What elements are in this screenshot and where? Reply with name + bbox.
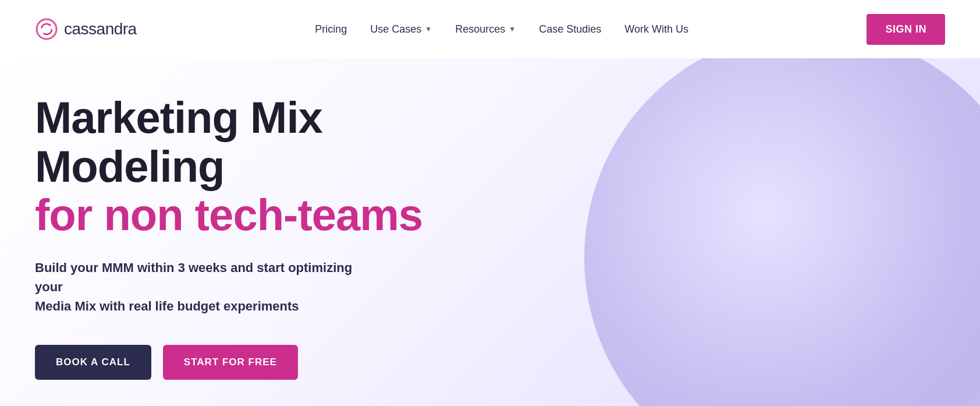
sign-in-button[interactable]: SIGN IN: [867, 14, 945, 45]
logo[interactable]: cassandra: [35, 17, 137, 41]
nav-use-cases[interactable]: Use Cases ▼: [370, 23, 432, 36]
hero-decorative-circle: [584, 58, 980, 406]
logo-icon: [35, 17, 58, 41]
svg-point-1: [41, 24, 52, 34]
nav-work-with-us[interactable]: Work With Us: [624, 23, 688, 36]
use-cases-chevron-icon: ▼: [425, 25, 432, 33]
hero-content: Marketing Mix Modeling for non tech-team…: [35, 93, 471, 380]
svg-point-0: [37, 19, 56, 39]
nav-right: SIGN IN: [867, 14, 945, 45]
nav-resources[interactable]: Resources ▼: [455, 23, 516, 36]
nav-pricing[interactable]: Pricing: [315, 23, 347, 36]
hero-title-line2: for non tech-teams: [35, 190, 471, 239]
hero-title-line1: Marketing Mix Modeling: [35, 93, 471, 190]
resources-chevron-icon: ▼: [509, 25, 516, 33]
hero-subtitle: Build your MMM within 3 weeks and start …: [35, 258, 361, 316]
nav-case-studies[interactable]: Case Studies: [539, 23, 601, 36]
hero-buttons: BOOK A CALL START FOR FREE: [35, 345, 471, 380]
book-call-button[interactable]: BOOK A CALL: [35, 345, 151, 380]
hero-section: Marketing Mix Modeling for non tech-team…: [0, 58, 980, 406]
nav-links: Pricing Use Cases ▼ Resources ▼ Case Stu…: [315, 23, 688, 36]
logo-text: cassandra: [64, 20, 137, 38]
navbar: cassandra Pricing Use Cases ▼ Resources …: [0, 0, 980, 58]
start-free-button[interactable]: START FOR FREE: [163, 345, 298, 380]
